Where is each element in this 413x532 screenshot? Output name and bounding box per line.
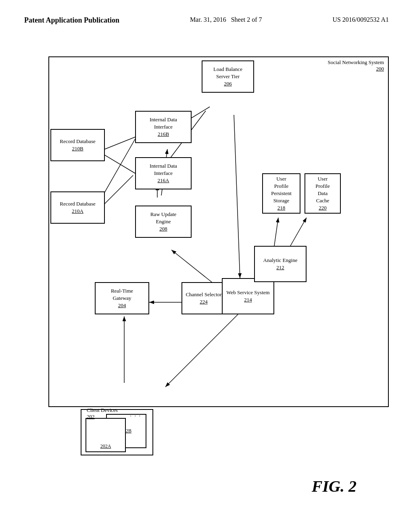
header-patent-number: US 2016/0092532 A1: [332, 16, 389, 23]
header-date-sheet: Mar. 31, 2016 Sheet 2 of 7: [190, 16, 262, 23]
raw-update-box: Raw UpdateEngine208: [135, 206, 192, 238]
analytic-engine-box: Analytic Engine212: [254, 246, 307, 282]
web-service-box: Web Service System214: [222, 278, 274, 314]
realtime-gateway-box: Real-TimeGateway204: [95, 282, 149, 314]
channel-selector-box: Channel Selector224: [181, 282, 226, 314]
record-db-b-box: Record Database210B: [50, 129, 105, 161]
diagram-area: Social Networking System 200: [24, 48, 389, 508]
figure-label: FIG. 2: [312, 477, 357, 496]
internal-data-b-box: Internal DataInterface216B: [135, 111, 192, 143]
ellipsis-dots: · · ·: [130, 413, 142, 420]
client-a-box: 202A: [86, 418, 126, 452]
social-networking-system-label: Social Networking System 200: [328, 59, 384, 72]
record-db-a-box: Record Database210A: [50, 191, 105, 224]
internal-data-a-box: Internal DataInterface216A: [135, 157, 192, 189]
user-profile-storage-box: UserProfilePersistentStorage218: [262, 173, 300, 214]
client-devices-label: Client Devices 202: [87, 407, 118, 420]
social-networking-system-box: Social Networking System 200: [48, 56, 389, 407]
header-publication-label: Patent Application Publication: [24, 16, 119, 25]
page-header: Patent Application Publication Mar. 31, …: [24, 16, 389, 25]
user-profile-cache-box: UserProfileDataCache220: [305, 173, 341, 214]
load-balance-box: Load BalanceServer Tier206: [202, 60, 254, 93]
